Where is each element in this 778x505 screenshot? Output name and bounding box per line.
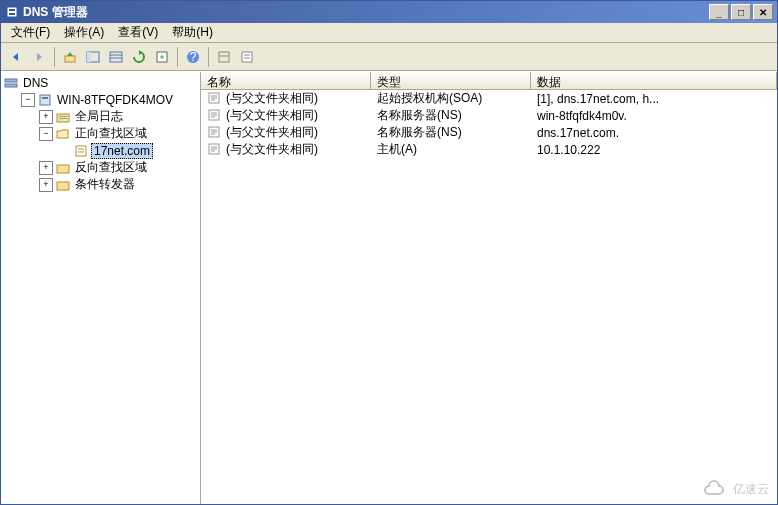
tree-node-global-log[interactable]: + 全局日志	[3, 108, 198, 125]
tree-label-selected: 17net.com	[91, 143, 153, 159]
svg-rect-20	[42, 97, 48, 99]
record-row[interactable]: (与父文件夹相同)起始授权机构(SOA)[1], dns.17net.com, …	[201, 90, 777, 107]
close-button[interactable]: ✕	[753, 4, 773, 20]
svg-rect-2	[9, 13, 15, 15]
svg-rect-14	[242, 52, 252, 62]
record-data-cell: win-8tfqfdk4m0v.	[531, 109, 777, 123]
toolbar-separator	[54, 47, 55, 67]
properties-button[interactable]	[236, 46, 258, 68]
maximize-button[interactable]: □	[731, 4, 751, 20]
content-area: DNS − WIN-8TFQFDK4MOV + 全局日志 − 正向查找区域	[1, 71, 777, 504]
up-button[interactable]	[59, 46, 81, 68]
server-icon	[37, 92, 53, 108]
tree-pane[interactable]: DNS − WIN-8TFQFDK4MOV + 全局日志 − 正向查找区域	[1, 72, 201, 504]
svg-rect-19	[40, 95, 50, 105]
svg-rect-1	[9, 9, 15, 11]
svg-rect-23	[59, 118, 67, 119]
record-type-cell: 起始授权机构(SOA)	[371, 90, 531, 107]
record-name-cell: (与父文件夹相同)	[201, 90, 371, 107]
record-name: (与父文件夹相同)	[226, 90, 318, 107]
tree-label: 正向查找区域	[73, 125, 149, 142]
record-type-cell: 名称服务器(NS)	[371, 124, 531, 141]
expander-icon[interactable]: +	[39, 178, 53, 192]
tree-label: 全局日志	[73, 108, 125, 125]
show-hide-tree-button[interactable]	[82, 46, 104, 68]
folder-open-icon	[55, 126, 71, 142]
menu-bar: 文件(F) 操作(A) 查看(V) 帮助(H)	[1, 23, 777, 43]
folder-icon	[55, 177, 71, 193]
svg-rect-5	[87, 52, 91, 62]
list-pane: 名称 类型 数据 (与父文件夹相同)起始授权机构(SOA)[1], dns.17…	[201, 72, 777, 504]
svg-text:?: ?	[190, 50, 197, 64]
dns-app-icon	[5, 5, 19, 19]
list-body[interactable]: (与父文件夹相同)起始授权机构(SOA)[1], dns.17net.com, …	[201, 90, 777, 504]
record-icon	[207, 125, 223, 141]
tree-label: 反向查找区域	[73, 159, 149, 176]
svg-rect-0	[7, 7, 17, 17]
watermark-text: 亿速云	[733, 481, 769, 498]
tree-label: 条件转发器	[73, 176, 137, 193]
menu-help[interactable]: 帮助(H)	[166, 22, 219, 43]
record-row[interactable]: (与父文件夹相同)主机(A)10.1.10.222	[201, 141, 777, 158]
record-name-cell: (与父文件夹相同)	[201, 141, 371, 158]
tree-label: DNS	[21, 76, 50, 90]
tree-node-dns-root[interactable]: DNS	[3, 74, 198, 91]
expander-icon[interactable]: +	[39, 110, 53, 124]
back-button[interactable]	[5, 46, 27, 68]
svg-rect-3	[65, 56, 75, 62]
view-list-button[interactable]	[105, 46, 127, 68]
minimize-button[interactable]: _	[709, 4, 729, 20]
dns-manager-window: DNS 管理器 _ □ ✕ 文件(F) 操作(A) 查看(V) 帮助(H) ?	[0, 0, 778, 505]
column-header-name[interactable]: 名称	[201, 72, 371, 89]
export-button[interactable]	[151, 46, 173, 68]
svg-rect-12	[219, 52, 229, 62]
record-name: (与父文件夹相同)	[226, 124, 318, 141]
record-icon	[207, 108, 223, 124]
column-header-type[interactable]: 类型	[371, 72, 531, 89]
toolbar-separator	[177, 47, 178, 67]
toolbar-separator	[208, 47, 209, 67]
expander-icon[interactable]: +	[39, 161, 53, 175]
expander-blank	[57, 144, 71, 158]
expander-icon[interactable]: −	[21, 93, 35, 107]
tree-node-zone-17net[interactable]: 17net.com	[3, 142, 198, 159]
record-type-cell: 名称服务器(NS)	[371, 107, 531, 124]
record-data-cell: dns.17net.com.	[531, 126, 777, 140]
record-row[interactable]: (与父文件夹相同)名称服务器(NS)dns.17net.com.	[201, 124, 777, 141]
forward-button[interactable]	[28, 46, 50, 68]
menu-view[interactable]: 查看(V)	[112, 22, 164, 43]
tree-node-reverse-zone[interactable]: + 反向查找区域	[3, 159, 198, 176]
folder-icon	[55, 160, 71, 176]
tree-node-server[interactable]: − WIN-8TFQFDK4MOV	[3, 91, 198, 108]
dns-root-icon	[3, 75, 19, 91]
record-name-cell: (与父文件夹相同)	[201, 124, 371, 141]
title-bar: DNS 管理器 _ □ ✕	[1, 1, 777, 23]
cloud-icon	[703, 480, 729, 498]
menu-action[interactable]: 操作(A)	[58, 22, 110, 43]
svg-rect-17	[5, 79, 17, 82]
record-type-cell: 主机(A)	[371, 141, 531, 158]
record-row[interactable]: (与父文件夹相同)名称服务器(NS)win-8tfqfdk4m0v.	[201, 107, 777, 124]
record-name: (与父文件夹相同)	[226, 107, 318, 124]
expander-icon[interactable]: −	[39, 127, 53, 141]
record-name: (与父文件夹相同)	[226, 141, 318, 158]
filter-button[interactable]	[213, 46, 235, 68]
tree-node-forward-zone[interactable]: − 正向查找区域	[3, 125, 198, 142]
help-button[interactable]: ?	[182, 46, 204, 68]
svg-rect-6	[110, 52, 122, 62]
record-data-cell: [1], dns.17net.com, h...	[531, 92, 777, 106]
column-header-data[interactable]: 数据	[531, 72, 777, 89]
window-title: DNS 管理器	[23, 4, 709, 21]
svg-rect-18	[5, 84, 17, 87]
svg-rect-27	[57, 165, 69, 173]
svg-rect-24	[76, 146, 86, 156]
tree-label: WIN-8TFQFDK4MOV	[55, 93, 175, 107]
record-data-cell: 10.1.10.222	[531, 143, 777, 157]
tree-node-conditional-fwd[interactable]: + 条件转发器	[3, 176, 198, 193]
zone-icon	[73, 143, 89, 159]
list-header: 名称 类型 数据	[201, 72, 777, 90]
refresh-button[interactable]	[128, 46, 150, 68]
svg-rect-28	[57, 182, 69, 190]
menu-file[interactable]: 文件(F)	[5, 22, 56, 43]
record-icon	[207, 91, 223, 107]
